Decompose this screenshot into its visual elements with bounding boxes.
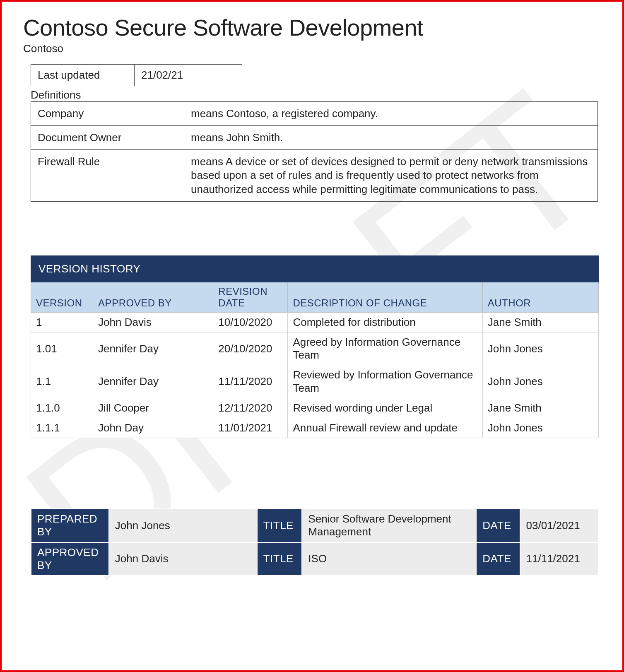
prepared-by-name: John Jones <box>109 509 257 542</box>
last-updated-label: Last updated <box>31 64 135 86</box>
version-history-table: VERSION HISTORY VERSION APPROVED BY REVI… <box>31 255 599 438</box>
document-frame: DRAFT Contoso Secure Software Developmen… <box>0 0 624 672</box>
col-description: DESCRIPTION OF CHANGE <box>288 282 482 312</box>
title-label: TITLE <box>257 509 302 542</box>
definition-term: Firewall Rule <box>31 150 184 202</box>
cell-author: John Jones <box>482 418 598 438</box>
cell-approved-by: Jennifer Day <box>93 365 213 398</box>
cell-revision-date: 12/11/2020 <box>213 398 288 418</box>
approved-by-date: 11/11/2021 <box>520 542 598 576</box>
version-history-title-row: VERSION HISTORY <box>31 255 599 282</box>
table-row: Last updated 21/02/21 <box>31 64 242 86</box>
prepared-by-date: 03/01/2021 <box>520 509 598 542</box>
signoff-row-prepared: PREPARED BY John Jones TITLE Senior Soft… <box>31 509 598 542</box>
table-row: 1.1 Jennifer Day 11/11/2020 Reviewed by … <box>31 365 599 398</box>
table-row: Firewall Rule means A device or set of d… <box>31 150 598 202</box>
meta-table: Last updated 21/02/21 <box>31 64 242 86</box>
cell-description: Reviewed by Information Governance Team <box>288 365 482 398</box>
table-row: Company means Contoso, a registered comp… <box>31 101 598 125</box>
cell-description: Completed for distribution <box>288 312 482 332</box>
date-label: DATE <box>476 542 520 576</box>
cell-revision-date: 10/10/2020 <box>213 312 288 332</box>
approved-by-name: John Davis <box>109 542 257 576</box>
definition-term: Document Owner <box>31 125 184 149</box>
cell-revision-date: 20/10/2020 <box>213 332 288 365</box>
cell-approved-by: Jill Cooper <box>93 398 213 418</box>
definition-term: Company <box>31 101 184 125</box>
cell-approved-by: John Davis <box>93 312 213 332</box>
definitions-heading: Definitions <box>31 89 601 101</box>
col-revision-date: REVISION DATE <box>213 282 288 312</box>
table-row: 1.01 Jennifer Day 20/10/2020 Agreed by I… <box>31 332 599 365</box>
definition-desc: means John Smith. <box>184 125 598 149</box>
col-approved-by: APPROVED BY <box>93 282 213 312</box>
date-label: DATE <box>476 509 520 542</box>
cell-approved-by: Jennifer Day <box>93 332 213 365</box>
prepared-by-label: PREPARED BY <box>31 509 109 542</box>
signoff-row-approved: APPROVED BY John Davis TITLE ISO DATE 11… <box>31 542 598 576</box>
cell-revision-date: 11/11/2020 <box>213 365 288 398</box>
cell-version: 1.01 <box>31 332 93 365</box>
cell-version: 1 <box>31 312 93 332</box>
version-history-title: VERSION HISTORY <box>31 255 599 282</box>
approved-by-label: APPROVED BY <box>31 542 109 576</box>
definition-desc: means Contoso, a registered company. <box>184 101 598 125</box>
cell-revision-date: 11/01/2021 <box>213 418 288 438</box>
last-updated-value: 21/02/21 <box>135 64 242 86</box>
col-author: AUTHOR <box>482 282 598 312</box>
cell-author: John Jones <box>482 365 598 398</box>
page-subtitle: Contoso <box>23 42 601 55</box>
cell-approved-by: John Day <box>93 418 213 438</box>
cell-author: John Jones <box>482 332 598 365</box>
prepared-by-title: Senior Software Development Management <box>302 509 476 542</box>
cell-author: Jane Smith <box>482 398 598 418</box>
version-history-columns: VERSION APPROVED BY REVISION DATE DESCRI… <box>31 282 599 312</box>
table-row: Document Owner means John Smith. <box>31 125 598 149</box>
title-label: TITLE <box>257 542 302 576</box>
table-row: 1.1.0 Jill Cooper 12/11/2020 Revised wor… <box>31 398 599 418</box>
definitions-table: Company means Contoso, a registered comp… <box>31 101 598 202</box>
cell-version: 1.1.0 <box>31 398 93 418</box>
cell-version: 1.1 <box>31 365 93 398</box>
cell-description: Agreed by Information Governance Team <box>288 332 482 365</box>
approved-by-title: ISO <box>302 542 476 576</box>
document-content: Contoso Secure Software Development Cont… <box>23 15 601 576</box>
definition-desc: means A device or set of devices designe… <box>184 150 598 202</box>
cell-author: Jane Smith <box>482 312 598 332</box>
cell-version: 1.1.1 <box>31 418 93 438</box>
table-row: 1.1.1 John Day 11/01/2021 Annual Firewal… <box>31 418 599 438</box>
cell-description: Revised wording under Legal <box>288 398 482 418</box>
signoff-table: PREPARED BY John Jones TITLE Senior Soft… <box>31 508 599 576</box>
table-row: 1 John Davis 10/10/2020 Completed for di… <box>31 312 599 332</box>
cell-description: Annual Firewall review and update <box>288 418 482 438</box>
page-title: Contoso Secure Software Development <box>23 15 601 41</box>
col-version: VERSION <box>31 282 93 312</box>
